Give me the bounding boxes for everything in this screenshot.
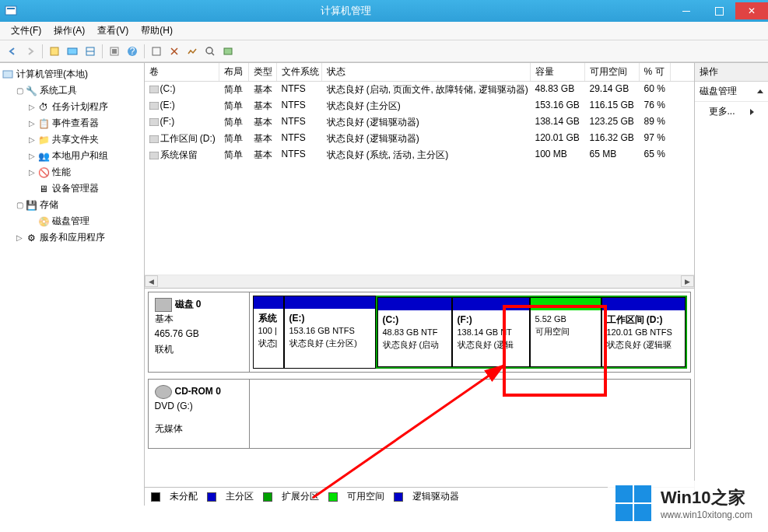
maximize-button[interactable] — [703, 2, 735, 19]
tree-performance[interactable]: ▷🚫性能 — [26, 164, 142, 180]
extended-partition: (C:)48.83 GB NTF状态良好 (启动(F:)138.14 GB NT… — [376, 296, 687, 369]
nav-tree[interactable]: 计算机管理(本地) ▢🔧系统工具 ▷⏱任务计划程序 ▷📋事件查看器 ▷📁共享文件… — [0, 63, 145, 506]
cdrom-row[interactable]: CD-ROM 0 DVD (G:) 无媒体 — [148, 379, 691, 449]
list-body[interactable]: (C:)简单基本NTFS状态良好 (启动, 页面文件, 故障转储, 逻辑驱动器)… — [145, 82, 694, 275]
tb-icon3[interactable] — [82, 44, 98, 59]
legend-swatch — [394, 492, 403, 502]
column-header[interactable]: 类型 — [249, 63, 277, 81]
volume-icon — [149, 83, 160, 94]
table-row[interactable]: (C:)简单基本NTFS状态良好 (启动, 页面文件, 故障转储, 逻辑驱动器)… — [145, 82, 694, 98]
menu-help[interactable]: 帮助(H) — [135, 23, 179, 39]
tb-search-icon[interactable] — [202, 44, 218, 59]
volume-icon — [149, 133, 160, 144]
window-title: 计算机管理 — [22, 4, 670, 18]
disk-icon: 📀 — [37, 215, 50, 228]
menu-view[interactable]: 查看(V) — [91, 23, 135, 39]
column-header[interactable]: 容量 — [531, 63, 585, 81]
table-row[interactable]: (E:)简单基本NTFS状态良好 (主分区)153.16 GB116.15 GB… — [145, 98, 694, 114]
scroll-left-button[interactable]: ◀ — [145, 275, 158, 287]
column-header[interactable]: 状态 — [322, 63, 531, 81]
volume-list[interactable]: 卷布局类型文件系统状态容量可用空间% 可 (C:)简单基本NTFS状态良好 (启… — [145, 63, 694, 289]
svg-rect-0 — [5, 6, 16, 15]
column-header[interactable]: % 可 — [640, 63, 671, 81]
tree-storage[interactable]: ▢💾存储 — [14, 197, 142, 213]
actions-section[interactable]: 磁盘管理 — [695, 82, 769, 102]
users-icon: 👥 — [37, 150, 50, 163]
svg-rect-2 — [51, 47, 58, 55]
legend-swatch — [263, 492, 272, 502]
legend-label: 可用空间 — [347, 490, 384, 503]
perf-icon: 🚫 — [37, 166, 50, 179]
partition[interactable]: (C:)48.83 GB NTF状态良好 (启动 — [377, 297, 452, 367]
disk-graph-area[interactable]: 磁盘 0 基本 465.76 GB 联机 系统100 |状态|(E:)153.1… — [145, 289, 694, 487]
tree-disk-management[interactable]: 📀磁盘管理 — [26, 213, 142, 229]
volume-icon — [149, 100, 160, 110]
tools-icon: 🔧 — [25, 85, 37, 97]
legend-label: 未分配 — [170, 490, 198, 503]
device-icon: 🖥 — [37, 183, 50, 195]
tb-help-icon[interactable]: ? — [124, 44, 140, 59]
partition[interactable]: 5.52 GB可用空间 — [530, 297, 601, 367]
table-row[interactable]: (F:)简单基本NTFS状态良好 (逻辑驱动器)138.14 GB123.25 … — [145, 114, 694, 131]
svg-rect-19 — [149, 152, 159, 159]
chevron-right-icon — [750, 109, 754, 115]
partition[interactable]: (E:)153.16 GB NTFS状态良好 (主分区) — [284, 296, 376, 369]
back-button[interactable] — [5, 44, 20, 59]
tree-services[interactable]: ▷⚙服务和应用程序 — [14, 229, 142, 246]
partition[interactable]: 系统100 |状态| — [253, 296, 284, 369]
tree-event-viewer[interactable]: ▷📋事件查看器 — [26, 115, 142, 131]
list-header[interactable]: 卷布局类型文件系统状态容量可用空间% 可 — [145, 63, 694, 82]
minimize-button[interactable] — [670, 2, 703, 19]
table-row[interactable]: 工作区间 (D:)简单基本NTFS状态良好 (逻辑驱动器)120.01 GB11… — [145, 131, 694, 147]
table-row[interactable]: 系统保留简单基本NTFS状态良好 (系统, 活动, 主分区)100 MB65 M… — [145, 147, 694, 163]
column-header[interactable]: 可用空间 — [585, 63, 640, 81]
tb-icon1[interactable] — [47, 44, 62, 59]
legend-swatch — [328, 492, 338, 502]
column-header[interactable]: 文件系统 — [277, 63, 322, 81]
partition[interactable]: 工作区间 (D:)120.01 GB NTFS状态良好 (逻辑驱 — [601, 297, 686, 367]
toolbar: ? — [0, 40, 768, 62]
svg-text:?: ? — [130, 46, 135, 57]
tree-root[interactable]: 计算机管理(本地) — [2, 66, 142, 82]
svg-rect-18 — [149, 135, 159, 143]
partition[interactable]: (F:)138.14 GB NT状态良好 (逻辑 — [452, 297, 530, 367]
tree-task-scheduler[interactable]: ▷⏱任务计划程序 — [26, 99, 142, 115]
svg-rect-17 — [149, 118, 159, 126]
tb-icon6[interactable] — [167, 44, 182, 59]
column-header[interactable]: 卷 — [145, 63, 219, 81]
close-button[interactable] — [735, 2, 768, 19]
tb-icon5[interactable] — [149, 44, 164, 59]
legend-swatch — [207, 492, 216, 502]
win10-logo-icon — [615, 485, 651, 521]
cdrom-partitions — [250, 380, 690, 448]
tb-icon4[interactable] — [107, 44, 122, 59]
actions-pane: 操作 磁盘管理 更多... — [695, 63, 769, 506]
disk-0-info: 磁盘 0 基本 465.76 GB 联机 — [149, 292, 250, 372]
column-header[interactable]: 布局 — [219, 63, 249, 81]
app-icon — [5, 5, 17, 17]
svg-line-12 — [212, 53, 214, 55]
menu-action[interactable]: 操作(A) — [47, 23, 91, 39]
scroll-right-button[interactable]: ▶ — [681, 275, 694, 287]
titlebar: 计算机管理 — [0, 0, 768, 22]
actions-more[interactable]: 更多... — [695, 102, 769, 121]
tree-shared-folders[interactable]: ▷📁共享文件夹 — [26, 131, 142, 148]
tb-icon7[interactable] — [184, 44, 200, 59]
disk-0-row[interactable]: 磁盘 0 基本 465.76 GB 联机 系统100 |状态|(E:)153.1… — [148, 292, 691, 373]
tree-device-manager[interactable]: 🖥设备管理器 — [26, 180, 142, 197]
tree-systools[interactable]: ▢🔧系统工具 — [14, 82, 142, 99]
tb-icon2[interactable] — [65, 44, 80, 59]
menu-file[interactable]: 文件(F) — [5, 23, 47, 39]
collapse-icon — [757, 89, 763, 93]
forward-button[interactable] — [23, 44, 38, 59]
legend-label: 主分区 — [226, 490, 254, 503]
event-icon: 📋 — [37, 117, 50, 130]
h-scrollbar[interactable]: ◀ ▶ — [145, 275, 694, 288]
disk-0-partitions: 系统100 |状态|(E:)153.16 GB NTFS状态良好 (主分区)(C… — [250, 292, 690, 372]
legend-label: 逻辑驱动器 — [412, 490, 459, 503]
svg-rect-15 — [149, 86, 159, 93]
tree-local-users[interactable]: ▷👥本地用户和组 — [26, 148, 142, 164]
tb-icon8[interactable] — [220, 44, 236, 59]
svg-point-11 — [206, 47, 212, 54]
svg-rect-14 — [3, 71, 12, 78]
